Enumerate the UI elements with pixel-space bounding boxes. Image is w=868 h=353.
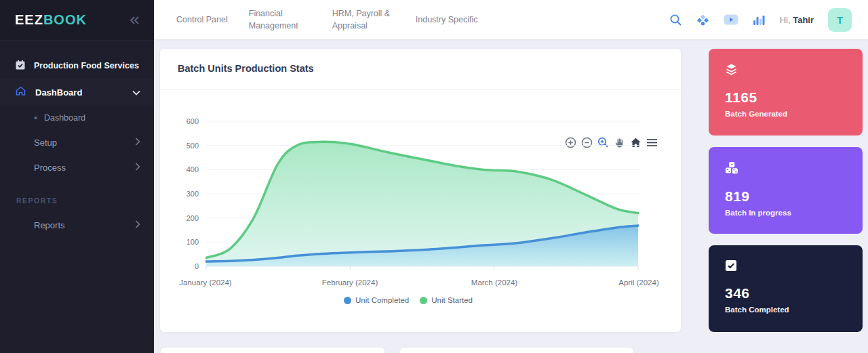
apps-grid-icon[interactable]: [696, 14, 709, 26]
bottom-card-left[interactable]: [161, 348, 384, 353]
search-icon[interactable]: [669, 14, 682, 26]
stat-label: Batch Generated: [725, 110, 846, 118]
topbar: Control Panel Financial Management HRM, …: [154, 0, 868, 39]
main-area: Control Panel Financial Management HRM, …: [154, 0, 868, 353]
user-name: Tahir: [793, 15, 814, 25]
legend-dot-icon: [344, 297, 351, 304]
content: Batch Units Production Stats: [154, 39, 868, 353]
chart-legend: Unit CompletedUnit Started: [178, 296, 639, 304]
sidebar-item-label: Setup: [34, 138, 135, 148]
y-tick-label: 200: [186, 214, 199, 222]
sidebar-item-label: Reports: [34, 220, 135, 230]
sidebar-item-reports[interactable]: Reports: [0, 213, 154, 238]
legend-label: Unit Completed: [355, 296, 409, 304]
sidebar: EEZBOOK Production Food Services DashBoa…: [0, 0, 154, 353]
stat-label: Batch In progress: [725, 209, 846, 217]
chart-area: 0100200300400500600 January (2024)Februa…: [160, 119, 681, 304]
home-icon: [15, 85, 26, 99]
stat-card-batch-generated[interactable]: 1165 Batch Generated: [709, 49, 863, 136]
sidebar-item-label: Production Food Services: [34, 61, 139, 70]
y-tick-label: 0: [195, 262, 199, 270]
x-axis-labels: January (2024)February (2024)March (2024…: [205, 278, 639, 291]
y-tick-label: 100: [186, 238, 199, 246]
x-tick-label: April (2024): [618, 278, 658, 287]
video-tutorial-icon[interactable]: [724, 14, 738, 25]
sidebar-item-process[interactable]: Process: [0, 155, 154, 180]
stat-value: 819: [725, 188, 846, 205]
calendar-check-icon: [15, 60, 26, 72]
avatar[interactable]: T: [828, 8, 852, 32]
sidebar-section-reports: REPORTS: [0, 196, 154, 205]
y-axis-labels: 0100200300400500600: [178, 119, 205, 278]
chart-card-header: Batch Units Production Stats: [160, 49, 681, 90]
sidebar-item-setup[interactable]: Setup: [0, 130, 154, 155]
sidebar-item-dashboard-parent[interactable]: DashBoard: [0, 79, 154, 106]
y-tick-label: 500: [186, 142, 199, 150]
logo-part1: EEZ: [15, 12, 43, 27]
y-tick-label: 600: [186, 117, 199, 125]
stat-cards-column: 1165 Batch Generated 819 Batch In progre…: [709, 49, 863, 332]
chevron-right-icon: [135, 163, 140, 173]
sidebar-item-label: Dashboard: [44, 113, 85, 123]
plot-area[interactable]: [205, 119, 639, 278]
nav-hrm-payroll-appraisal[interactable]: HRM, Payroll & Appraisal: [332, 7, 395, 32]
chevron-down-icon: [132, 87, 140, 98]
chevron-right-icon: [135, 138, 140, 148]
app-logo: EEZBOOK: [15, 12, 87, 28]
sidebar-item-label: DashBoard: [35, 87, 123, 98]
chevron-right-icon: [135, 220, 140, 230]
app-root: EEZBOOK Production Food Services DashBoa…: [0, 0, 868, 353]
bottom-card-right[interactable]: [400, 348, 633, 353]
dice-icon: [725, 165, 738, 177]
stat-card-batch-in-progress[interactable]: 819 Batch In progress: [709, 147, 863, 234]
y-tick-label: 300: [186, 190, 199, 198]
nav-control-panel[interactable]: Control Panel: [176, 14, 228, 26]
top-nav: Control Panel Financial Management HRM, …: [176, 7, 477, 32]
chart-card: Batch Units Production Stats: [160, 49, 681, 332]
greeting-text: Hi, Tahir: [780, 15, 814, 25]
stat-value: 346: [725, 285, 846, 302]
menu-icon[interactable]: [646, 138, 658, 148]
legend-item[interactable]: Unit Completed: [344, 296, 409, 304]
logo-part2: BOOK: [43, 12, 87, 27]
check-square-icon: [725, 262, 737, 274]
area-chart[interactable]: [205, 119, 639, 276]
stat-label: Batch Completed: [725, 306, 846, 314]
bullet-icon: •: [34, 112, 37, 123]
layers-icon: [725, 66, 738, 78]
chart-title: Batch Units Production Stats: [178, 63, 663, 74]
logo-row: EEZBOOK: [0, 0, 154, 41]
sidebar-collapse-icon[interactable]: [130, 16, 140, 25]
y-tick-label: 400: [186, 165, 199, 173]
x-tick-label: January (2024): [179, 278, 231, 287]
stat-card-batch-completed[interactable]: 346 Batch Completed: [709, 245, 863, 332]
sidebar-item-label: Process: [34, 163, 135, 173]
nav-industry-specific[interactable]: Industry Specific: [416, 14, 478, 26]
stat-value: 1165: [725, 89, 846, 106]
nav-financial-management[interactable]: Financial Management: [249, 7, 311, 32]
x-tick-label: February (2024): [322, 278, 378, 287]
legend-item[interactable]: Unit Started: [420, 296, 473, 304]
sidebar-item-dashboard-sub[interactable]: • Dashboard: [0, 106, 154, 130]
bottom-cards-row: [160, 348, 863, 353]
bar-chart-icon[interactable]: [753, 14, 766, 26]
legend-dot-icon: [420, 297, 427, 304]
sidebar-item-production-food-services[interactable]: Production Food Services: [0, 54, 154, 77]
topbar-right: Hi, Tahir T: [669, 8, 852, 32]
x-tick-label: March (2024): [471, 278, 517, 287]
legend-label: Unit Started: [431, 296, 473, 304]
